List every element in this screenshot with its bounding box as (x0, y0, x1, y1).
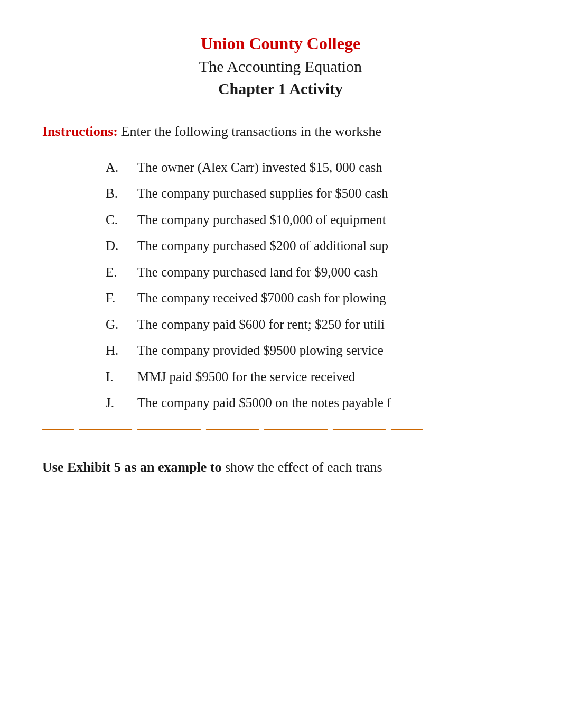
transaction-letter: G. (106, 315, 137, 335)
footer-text: show the effect of each trans (221, 459, 382, 475)
transaction-letter: C. (106, 210, 137, 230)
transaction-letter: B. (106, 183, 137, 204)
divider-line-4 (206, 429, 259, 430)
divider-line-1 (42, 429, 74, 430)
transaction-list: A.The owner (Alex Carr) invested $15, 00… (106, 158, 519, 413)
transaction-item: B.The company purchased supplies for $50… (106, 183, 519, 204)
divider-line-2 (79, 429, 132, 430)
transaction-item: G.The company paid $600 for rent; $250 f… (106, 315, 519, 335)
instructions-label: Instructions: (42, 124, 118, 139)
footer-bold: Use Exhibit 5 as an example to (42, 459, 221, 475)
chapter-title: Chapter 1 Activity (42, 78, 519, 100)
transaction-text: The owner (Alex Carr) invested $15, 000 … (137, 158, 519, 178)
transaction-item: F.The company received $7000 cash for pl… (106, 288, 519, 308)
transaction-letter: A. (106, 158, 137, 178)
transaction-text: The company purchased supplies for $500 … (137, 183, 519, 204)
divider-line-7 (391, 429, 423, 430)
transaction-text: MMJ paid $9500 for the service received (137, 367, 519, 387)
divider-line-5 (264, 429, 328, 430)
transaction-text: The company paid $600 for rent; $250 for… (137, 315, 519, 335)
transaction-letter: E. (106, 262, 137, 282)
transaction-text: The company purchased $10,000 of equipme… (137, 210, 519, 230)
transaction-letter: H. (106, 340, 137, 361)
transaction-item: J.The company paid $5000 on the notes pa… (106, 393, 519, 413)
instructions-line: Instructions: Enter the following transa… (42, 121, 519, 142)
college-name: Union County College (42, 32, 519, 56)
transaction-letter: I. (106, 367, 137, 387)
instructions-text: Enter the following transactions in the … (118, 124, 381, 139)
instructions-section: Instructions: Enter the following transa… (42, 121, 519, 142)
divider (42, 429, 519, 430)
transaction-text: The company purchased $200 of additional… (137, 236, 519, 256)
transaction-item: C.The company purchased $10,000 of equip… (106, 210, 519, 230)
page-header: Union County College The Accounting Equa… (42, 32, 519, 100)
transaction-text: The company provided $9500 plowing servi… (137, 340, 519, 361)
transaction-item: I.MMJ paid $9500 for the service receive… (106, 367, 519, 387)
transaction-item: E.The company purchased land for $9,000 … (106, 262, 519, 282)
transaction-item: D.The company purchased $200 of addition… (106, 236, 519, 256)
transaction-text: The company purchased land for $9,000 ca… (137, 262, 519, 282)
transaction-letter: J. (106, 393, 137, 413)
transaction-item: H.The company provided $9500 plowing ser… (106, 340, 519, 361)
footer-note: Use Exhibit 5 as an example to show the … (42, 457, 519, 477)
transaction-text: The company received $7000 cash for plow… (137, 288, 519, 308)
divider-line-6 (333, 429, 386, 430)
divider-line-3 (137, 429, 201, 430)
transaction-text: The company paid $5000 on the notes paya… (137, 393, 519, 413)
transaction-item: A.The owner (Alex Carr) invested $15, 00… (106, 158, 519, 178)
transaction-letter: F. (106, 288, 137, 308)
subtitle: The Accounting Equation (42, 56, 519, 78)
transaction-letter: D. (106, 236, 137, 256)
